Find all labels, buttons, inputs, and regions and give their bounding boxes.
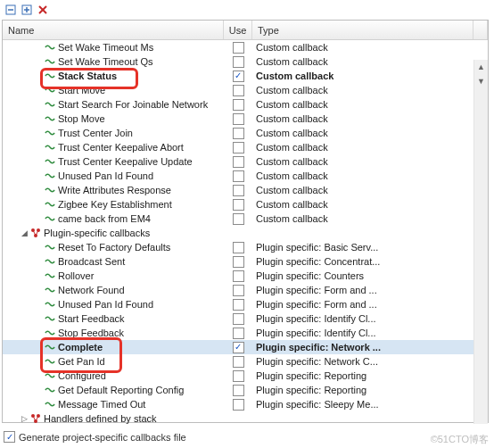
row-label: Zigbee Key Establishment xyxy=(58,199,172,210)
table-row[interactable]: Get Pan IdPlugin specific: Network C... xyxy=(3,354,488,369)
table-row[interactable]: Stop MoveCustom callback xyxy=(3,112,488,126)
row-type: Plugin specific: Identify Cl... xyxy=(252,328,488,338)
table-row[interactable]: Trust Center Keepalive AbortCustom callb… xyxy=(3,140,488,154)
use-checkbox[interactable] xyxy=(233,328,244,339)
callbacks-table: Name Use Type Set Wake Timeout MsCustom … xyxy=(2,20,489,423)
row-type: Custom callback xyxy=(252,113,488,124)
use-checkbox[interactable]: ✓ xyxy=(233,342,244,353)
table-row[interactable]: Zigbee Key EstablishmentCustom callback xyxy=(3,197,488,212)
row-label: Unused Pan Id Found xyxy=(58,170,153,181)
column-header-scroll xyxy=(473,21,488,39)
row-type: Custom callback xyxy=(252,56,488,67)
use-checkbox[interactable] xyxy=(233,99,244,111)
table-row[interactable]: Get Default Reporting ConfigPlugin speci… xyxy=(3,383,488,397)
table-row[interactable]: Stop FeedbackPlugin specific: Identify C… xyxy=(3,326,488,340)
use-checkbox[interactable] xyxy=(233,370,244,382)
table-row[interactable]: Set Wake Timeout QsCustom callback xyxy=(3,54,488,69)
use-checkbox[interactable] xyxy=(233,356,244,368)
row-type: Custom callback xyxy=(252,185,488,195)
table-row[interactable]: Trust Center JoinCustom callback xyxy=(3,126,488,140)
callback-icon xyxy=(44,128,56,138)
row-type: Plugin specific: Reporting xyxy=(252,370,488,381)
use-checkbox[interactable] xyxy=(233,128,244,139)
table-row[interactable]: RolloverPlugin specific: Counters xyxy=(3,269,488,283)
row-label: Reset To Factory Defaults xyxy=(58,242,170,253)
use-checkbox[interactable] xyxy=(233,42,244,54)
expand-icon[interactable]: ▷ xyxy=(19,414,29,423)
column-header-use[interactable]: Use xyxy=(224,21,252,39)
callback-icon xyxy=(44,370,56,381)
table-row[interactable]: Write Attributes ResponseCustom callback xyxy=(3,183,488,197)
table-row[interactable]: Unused Pan Id FoundCustom callback xyxy=(3,169,488,183)
collapse-all-button[interactable] xyxy=(4,3,18,17)
use-checkbox[interactable]: ✓ xyxy=(233,71,244,82)
use-checkbox[interactable] xyxy=(233,399,244,411)
use-checkbox[interactable] xyxy=(233,85,244,96)
watermark: ©51CTO博客 xyxy=(431,433,489,446)
row-label: Start Search For Joinable Network xyxy=(58,99,208,110)
row-label: Unused Pan Id Found xyxy=(58,299,153,310)
tree-branch[interactable]: ▷Handlers defined by stack xyxy=(3,411,488,424)
table-row[interactable]: Start Search For Joinable NetworkCustom … xyxy=(3,97,488,112)
use-checkbox[interactable] xyxy=(233,142,244,153)
callback-icon xyxy=(44,242,56,253)
use-checkbox[interactable] xyxy=(233,56,244,68)
row-label: Network Found xyxy=(58,285,125,295)
table-row[interactable]: Start MoveCustom callback xyxy=(3,83,488,97)
column-header-name[interactable]: Name xyxy=(3,21,224,39)
row-type: Custom callback xyxy=(252,42,488,53)
expand-all-button[interactable] xyxy=(20,3,34,17)
callback-icon xyxy=(44,71,56,81)
callback-icon xyxy=(44,342,56,353)
use-checkbox[interactable] xyxy=(233,185,244,196)
table-row[interactable]: ConfiguredPlugin specific: Reporting xyxy=(3,369,488,383)
callback-icon xyxy=(44,256,56,267)
use-checkbox[interactable] xyxy=(233,156,244,168)
row-type: Plugin specific: Sleepy Me... xyxy=(252,399,488,410)
callback-icon xyxy=(44,170,56,181)
row-type: Custom callback xyxy=(252,128,488,138)
tool-button[interactable] xyxy=(36,3,50,17)
table-row[interactable]: Unused Pan Id FoundPlugin specific: Form… xyxy=(3,297,488,311)
use-checkbox[interactable] xyxy=(233,313,244,325)
table-header: Name Use Type xyxy=(3,21,488,40)
table-row[interactable]: Reset To Factory DefaultsPlugin specific… xyxy=(3,240,488,254)
collapse-icon[interactable]: ◢ xyxy=(19,228,29,237)
branch-icon xyxy=(29,413,42,424)
use-checkbox[interactable] xyxy=(233,385,244,396)
table-row[interactable]: Trust Center Keepalive UpdateCustom call… xyxy=(3,154,488,169)
row-label: came back from EM4 xyxy=(58,213,151,224)
table-row[interactable]: Message Timed OutPlugin specific: Sleepy… xyxy=(3,397,488,411)
table-row[interactable]: Complete✓Plugin specific: Network ... xyxy=(3,340,488,354)
generate-callbacks-checkbox[interactable]: ✓ xyxy=(4,431,15,443)
use-checkbox[interactable] xyxy=(233,270,244,282)
tree-branch[interactable]: ◢Plugin-specific callbacks xyxy=(3,226,488,240)
column-header-type[interactable]: Type xyxy=(252,21,473,39)
use-checkbox[interactable] xyxy=(233,113,244,125)
row-label: Stop Feedback xyxy=(58,328,124,338)
callback-icon xyxy=(44,213,56,224)
table-row[interactable]: Set Wake Timeout MsCustom callback xyxy=(3,40,488,54)
callback-icon xyxy=(44,156,56,167)
table-row[interactable]: Stack Status✓Custom callback xyxy=(3,69,488,83)
table-row[interactable]: Broadcast SentPlugin specific: Concentra… xyxy=(3,254,488,269)
use-checkbox[interactable] xyxy=(233,285,244,296)
use-checkbox[interactable] xyxy=(233,199,244,211)
use-checkbox[interactable] xyxy=(233,299,244,311)
row-label: Stack Status xyxy=(58,71,117,81)
row-label: Start Feedback xyxy=(58,313,125,324)
scroll-down-icon[interactable]: ▼ xyxy=(474,74,488,88)
table-row[interactable]: Network FoundPlugin specific: Form and .… xyxy=(3,283,488,297)
use-checkbox[interactable] xyxy=(233,170,244,182)
scroll-up-icon[interactable]: ▲ xyxy=(474,60,488,74)
table-row[interactable]: came back from EM4Custom callback xyxy=(3,212,488,226)
vertical-scrollbar[interactable]: ▲ ▼ xyxy=(473,60,488,424)
row-label: Broadcast Sent xyxy=(58,256,125,267)
table-row[interactable]: Start FeedbackPlugin specific: Identify … xyxy=(3,311,488,326)
generate-callbacks-label: Generate project-specific callbacks file xyxy=(19,432,186,443)
branch-icon xyxy=(29,228,42,238)
use-checkbox[interactable] xyxy=(233,242,244,253)
use-checkbox[interactable] xyxy=(233,213,244,225)
row-label: Rollover xyxy=(58,270,94,281)
use-checkbox[interactable] xyxy=(233,256,244,268)
